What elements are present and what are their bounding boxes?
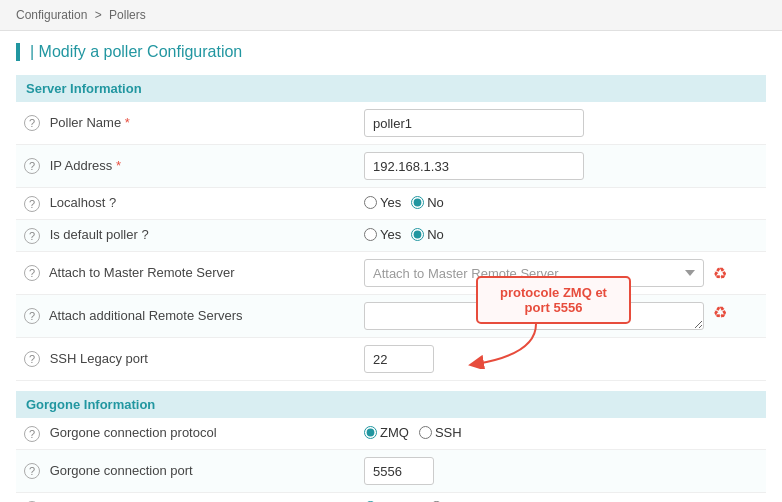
server-info-table: ? Poller Name * ? IP Address * ? Localho… — [16, 102, 766, 381]
delete-attach-additional-icon[interactable]: ♻ — [710, 302, 730, 322]
help-icon-default-poller[interactable]: ? — [24, 228, 40, 244]
row-ssh-port: ? SSH Legacy port protocole ZMQ et port … — [16, 338, 766, 381]
radio-group-localhost: Yes No — [364, 195, 444, 210]
row-use-remote-proxy: ? Use the Remote Server as a proxy Enabl… — [16, 493, 766, 503]
radio-protocol-ssh[interactable]: SSH — [419, 425, 462, 440]
radio-localhost-yes[interactable]: Yes — [364, 195, 401, 210]
label-attach-master: Attach to Master Remote Server — [49, 265, 235, 280]
radio-group-gorgone-protocol: ZMQ SSH — [364, 425, 462, 440]
label-gorgone-protocol: Gorgone connection protocol — [50, 425, 217, 440]
section-gorgone-info: Gorgone Information — [16, 391, 766, 418]
label-attach-additional: Attach additional Remote Servers — [49, 308, 243, 323]
help-icon-attach-additional[interactable]: ? — [24, 308, 40, 324]
help-icon-gorgone-port[interactable]: ? — [24, 463, 40, 479]
breadcrumb-separator: > — [95, 8, 102, 22]
annotation-bubble: protocole ZMQ et port 5556 — [476, 276, 631, 324]
row-attach-additional: ? Attach additional Remote Servers ♻ — [16, 295, 766, 338]
breadcrumb-config[interactable]: Configuration — [16, 8, 87, 22]
help-icon-attach-master[interactable]: ? — [24, 265, 40, 281]
row-localhost: ? Localhost ? Yes No — [16, 188, 766, 220]
label-default-poller: Is default poller ? — [50, 227, 149, 242]
radio-group-default-poller: Yes No — [364, 227, 444, 242]
annotation-arrow-area — [476, 324, 631, 369]
annotation-arrow-svg — [466, 324, 546, 369]
required-star-poller-name: * — [125, 115, 130, 130]
label-ip-address: IP Address — [50, 158, 113, 173]
gorgone-info-table: ? Gorgone connection protocol ZMQ SSH — [16, 418, 766, 502]
row-gorgone-protocol: ? Gorgone connection protocol ZMQ SSH — [16, 418, 766, 450]
help-icon-localhost[interactable]: ? — [24, 196, 40, 212]
help-icon-ssh-port[interactable]: ? — [24, 351, 40, 367]
section-server-info: Server Information — [16, 75, 766, 102]
row-gorgone-port: ? Gorgone connection port — [16, 450, 766, 493]
row-default-poller: ? Is default poller ? Yes No — [16, 220, 766, 252]
input-ip-address[interactable] — [364, 152, 584, 180]
annotation-container: protocole ZMQ et port 5556 — [476, 276, 631, 369]
input-poller-name[interactable] — [364, 109, 584, 137]
radio-default-no[interactable]: No — [411, 227, 444, 242]
label-poller-name: Poller Name — [50, 115, 122, 130]
radio-localhost-no[interactable]: No — [411, 195, 444, 210]
label-localhost: Localhost ? — [50, 195, 117, 210]
breadcrumb-bar: Configuration > Pollers — [0, 0, 782, 31]
radio-protocol-zmq[interactable]: ZMQ — [364, 425, 409, 440]
help-icon-poller-name[interactable]: ? — [24, 115, 40, 131]
required-star-ip: * — [116, 158, 121, 173]
label-ssh-port: SSH Legacy port — [50, 351, 148, 366]
row-attach-master: ? Attach to Master Remote Server Attach … — [16, 252, 766, 295]
radio-default-yes[interactable]: Yes — [364, 227, 401, 242]
help-icon-ip[interactable]: ? — [24, 158, 40, 174]
input-gorgone-port[interactable] — [364, 457, 434, 485]
delete-attach-master-icon[interactable]: ♻ — [710, 263, 730, 283]
row-poller-name: ? Poller Name * — [16, 102, 766, 145]
input-ssh-port[interactable] — [364, 345, 434, 373]
label-gorgone-port: Gorgone connection port — [50, 463, 193, 478]
breadcrumb-pollers[interactable]: Pollers — [109, 8, 146, 22]
page-title: | Modify a poller Configuration — [16, 43, 766, 61]
help-icon-gorgone-protocol[interactable]: ? — [24, 426, 40, 442]
row-ip-address: ? IP Address * — [16, 145, 766, 188]
